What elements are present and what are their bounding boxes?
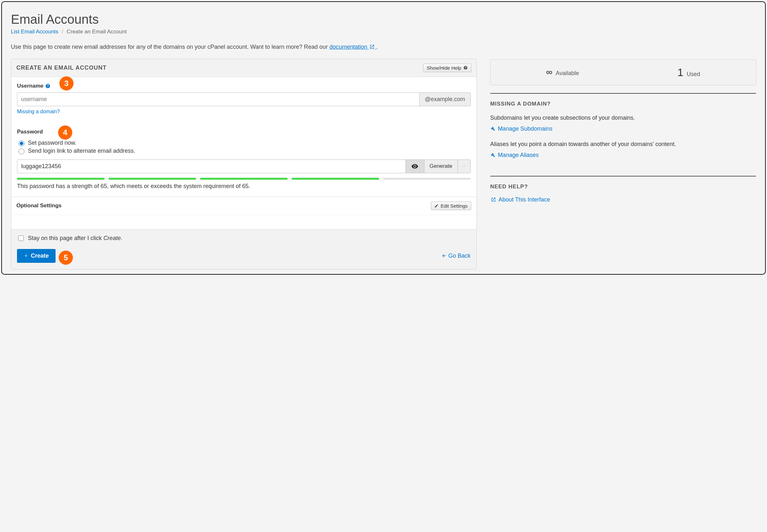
radio-set-password-now[interactable] — [19, 141, 24, 146]
manage-subdomains-link[interactable]: Manage Subdomains — [490, 125, 553, 132]
need-help-heading: NEED HELP? — [490, 184, 756, 190]
help-icon — [463, 65, 468, 70]
wrench-icon — [490, 152, 496, 158]
breadcrumb: List Email Accounts / Create an Email Ac… — [11, 29, 756, 35]
account-stats: ∞ Available 1 Used — [490, 59, 756, 85]
divider — [490, 93, 756, 94]
caret-down-icon — [463, 164, 465, 168]
password-strength-note: This password has a strength of 65, whic… — [17, 183, 471, 190]
password-now-option[interactable]: Set password now. — [17, 140, 471, 146]
create-email-panel: CREATE AN EMAIL ACCOUNT Show/Hide Help 3… — [11, 59, 477, 270]
about-interface-link[interactable]: About This Interface — [490, 196, 550, 203]
manage-aliases-link[interactable]: Manage Aliases — [490, 152, 539, 159]
generate-options-dropdown[interactable] — [458, 160, 470, 173]
infinity-icon: ∞ — [546, 67, 553, 77]
pencil-icon — [435, 204, 439, 208]
subdomains-text: Subdomains let you create subsections of… — [490, 114, 756, 122]
eye-icon — [411, 163, 418, 170]
arrow-left-icon — [442, 253, 447, 258]
breadcrumb-list-link[interactable]: List Email Accounts — [11, 29, 58, 35]
wrench-icon — [490, 126, 496, 131]
missing-domain-link[interactable]: Missing a domain? — [17, 109, 60, 115]
missing-domain-heading: MISSING A DOMAIN? — [490, 101, 756, 107]
stay-on-page-checkbox[interactable] — [18, 236, 24, 241]
optional-settings-body — [11, 215, 477, 229]
page-title: Email Accounts — [11, 12, 756, 27]
intro-text: Use this page to create new email addres… — [11, 43, 756, 52]
password-link-option[interactable]: Send login link to alternate email addre… — [17, 148, 471, 154]
edit-settings-button[interactable]: Edit Settings — [431, 202, 471, 210]
aliases-text: Aliases let you point a domain towards a… — [490, 140, 756, 149]
password-label: Password — [17, 129, 43, 135]
reveal-password-button[interactable] — [406, 160, 424, 173]
step-badge-5: 5 — [59, 251, 73, 265]
optional-settings-heading: Optional Settings — [16, 202, 62, 209]
generate-password-button[interactable]: Generate — [424, 160, 458, 173]
panel-heading: CREATE AN EMAIL ACCOUNT — [16, 64, 107, 71]
documentation-link[interactable]: documentation — [329, 44, 376, 50]
help-icon[interactable] — [45, 83, 50, 89]
step-badge-4: 4 — [58, 125, 72, 140]
create-button[interactable]: Create — [17, 249, 56, 263]
available-label: Available — [556, 70, 579, 77]
password-strength-meter — [17, 178, 471, 180]
domain-suffix[interactable]: @example.com — [419, 93, 470, 106]
external-link-icon — [491, 197, 496, 202]
show-hide-help-button[interactable]: Show/Hide Help — [423, 64, 471, 72]
used-label: Used — [687, 71, 700, 78]
breadcrumb-current: Create an Email Account — [67, 29, 127, 35]
step-badge-3: 3 — [59, 76, 73, 90]
breadcrumb-sep: / — [62, 29, 63, 35]
go-back-link[interactable]: Go Back — [442, 253, 471, 259]
divider — [490, 176, 756, 176]
username-input[interactable] — [17, 93, 419, 106]
plus-icon — [24, 253, 28, 258]
used-value: 1 — [677, 66, 684, 79]
radio-send-login-link[interactable] — [19, 149, 24, 154]
stay-on-page-option[interactable]: Stay on this page after I click Create. — [17, 235, 471, 242]
external-link-icon — [369, 44, 375, 49]
username-label: Username — [17, 83, 43, 89]
password-input[interactable] — [17, 160, 406, 173]
